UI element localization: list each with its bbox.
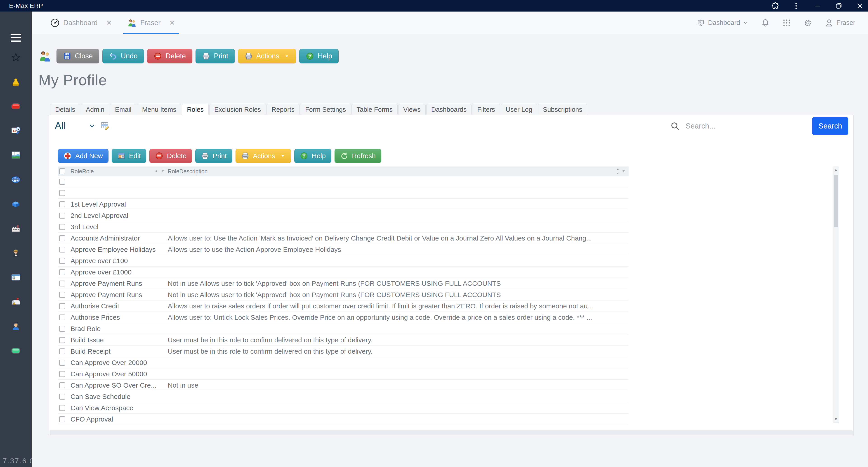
- delete-button[interactable]: Delete: [149, 149, 192, 163]
- table-row[interactable]: Authorise PricesAllows user to: Untick L…: [58, 312, 629, 323]
- table-row[interactable]: Authorise CreditAllows user to raise sal…: [58, 300, 629, 312]
- tab-user-log[interactable]: User Log: [501, 104, 537, 115]
- actions-button[interactable]: Actions: [238, 49, 296, 63]
- tab-admin[interactable]: Admin: [81, 104, 110, 115]
- filter-funnel-icon[interactable]: [160, 169, 165, 174]
- tab-close-icon[interactable]: ✕: [106, 19, 112, 27]
- edit-button[interactable]: Edit: [112, 149, 147, 163]
- row-checkbox[interactable]: [59, 292, 65, 298]
- row-checkbox[interactable]: [59, 326, 65, 332]
- print-button[interactable]: Print: [195, 149, 232, 163]
- search-button[interactable]: Search: [812, 117, 848, 135]
- row-checkbox[interactable]: [59, 371, 65, 377]
- table-row[interactable]: [58, 187, 629, 199]
- table-row[interactable]: Can Approve Over 50000: [58, 368, 629, 380]
- row-checkbox[interactable]: [59, 281, 65, 287]
- bell-icon[interactable]: [761, 18, 770, 27]
- user-menu[interactable]: Fraser: [825, 18, 855, 27]
- undo-button[interactable]: Undo: [102, 49, 144, 63]
- table-row[interactable]: Can View Aerospace: [58, 402, 629, 414]
- restore-icon[interactable]: [835, 2, 843, 10]
- delete-button[interactable]: Delete: [147, 49, 192, 63]
- sidebar-item-pilot[interactable]: [10, 247, 22, 259]
- sidebar-item-calendar-clock[interactable]: 12: [10, 125, 22, 137]
- table-row[interactable]: Can Approve SO Over Cre...Not in use: [58, 380, 629, 391]
- tab-dashboards[interactable]: Dashboards: [426, 104, 471, 115]
- table-row[interactable]: Build IssueUser must be in this role to …: [58, 334, 629, 346]
- row-checkbox[interactable]: [59, 269, 65, 275]
- sort-asc-icon[interactable]: [154, 169, 159, 174]
- gear-icon[interactable]: [803, 18, 812, 27]
- row-checkbox[interactable]: [59, 179, 65, 185]
- extensions-icon[interactable]: [771, 2, 779, 10]
- row-checkbox[interactable]: [59, 348, 65, 354]
- tab-menu-items[interactable]: Menu Items: [137, 104, 181, 115]
- context-switcher[interactable]: Dashboard: [696, 18, 749, 27]
- filter-dropdown[interactable]: All: [55, 120, 66, 132]
- row-checkbox[interactable]: [59, 394, 65, 400]
- sidebar-item-green-button[interactable]: [10, 345, 22, 357]
- table-row[interactable]: Approve Payment RunsNot in use Allows us…: [58, 278, 629, 289]
- row-checkbox[interactable]: [59, 416, 65, 422]
- hamburger-menu-icon[interactable]: [11, 34, 21, 41]
- apps-grid-icon[interactable]: [782, 18, 791, 27]
- table-row[interactable]: Approve over £1000: [58, 266, 629, 278]
- tab-details[interactable]: Details: [50, 104, 80, 115]
- table-edit-icon[interactable]: [100, 121, 110, 131]
- column-header-roledescription[interactable]: RoleDescription: [168, 168, 629, 175]
- row-checkbox[interactable]: [59, 258, 65, 264]
- table-row[interactable]: Build ReceiptUser must be in this role t…: [58, 346, 629, 357]
- refresh-button[interactable]: Refresh: [335, 149, 381, 163]
- doc-tab-dashboard[interactable]: Dashboard✕: [48, 11, 115, 34]
- table-row[interactable]: CFO Approval: [58, 414, 629, 425]
- actions-button[interactable]: Actions: [236, 149, 291, 163]
- row-checkbox[interactable]: [59, 315, 65, 320]
- table-row[interactable]: Approve Employee HolidaysAllows user to …: [58, 244, 629, 255]
- scrollbar-thumb[interactable]: [834, 175, 838, 227]
- sidebar-item-chart[interactable]: [10, 149, 22, 161]
- sidebar-item-mailbox[interactable]: [10, 296, 22, 308]
- tab-reports[interactable]: Reports: [267, 104, 300, 115]
- add-new-button[interactable]: Add New: [58, 149, 108, 163]
- row-checkbox[interactable]: [59, 224, 65, 230]
- doc-tab-fraser[interactable]: Fraser✕: [125, 11, 178, 34]
- tab-filters[interactable]: Filters: [472, 104, 500, 115]
- row-checkbox[interactable]: [59, 382, 65, 388]
- help-button[interactable]: ?Help: [294, 149, 331, 163]
- filter-funnel-icon[interactable]: [621, 169, 626, 174]
- close-icon[interactable]: [856, 2, 864, 10]
- row-checkbox[interactable]: [59, 190, 65, 196]
- table-row[interactable]: Can Approve Over 20000: [58, 357, 629, 368]
- tab-roles[interactable]: Roles: [182, 104, 209, 115]
- table-row[interactable]: 1st Level Approval: [58, 199, 629, 210]
- horizontal-scrollbar[interactable]: [50, 430, 852, 435]
- print-button[interactable]: Print: [195, 49, 235, 63]
- close-button[interactable]: Close: [57, 49, 99, 63]
- row-checkbox[interactable]: [59, 405, 65, 411]
- scroll-up-icon[interactable]: ▲: [833, 168, 839, 172]
- sidebar-item-pawn[interactable]: [10, 76, 22, 88]
- tab-subscriptions[interactable]: Subscriptions: [538, 104, 587, 115]
- select-all-checkbox[interactable]: [59, 168, 65, 174]
- row-checkbox[interactable]: [59, 360, 65, 366]
- tab-form-settings[interactable]: Form Settings: [300, 104, 351, 115]
- table-row[interactable]: Brad Role: [58, 323, 629, 334]
- sidebar-item-contact-card[interactable]: [10, 271, 22, 283]
- row-checkbox[interactable]: [59, 337, 65, 343]
- sidebar-item-cube[interactable]: [10, 198, 22, 210]
- help-button[interactable]: ?Help: [299, 49, 339, 63]
- sidebar-item-star[interactable]: [10, 52, 22, 63]
- table-row[interactable]: Approve Payment RunsNot in use Allows us…: [58, 289, 629, 300]
- scroll-down-icon[interactable]: ▼: [833, 417, 839, 421]
- chevron-down-icon[interactable]: [88, 122, 96, 130]
- minimize-icon[interactable]: [813, 2, 822, 10]
- row-checkbox[interactable]: [59, 235, 65, 241]
- table-row[interactable]: 2nd Level Approval: [58, 210, 629, 221]
- tab-close-icon[interactable]: ✕: [169, 19, 175, 27]
- row-checkbox[interactable]: [59, 246, 65, 253]
- tab-table-forms[interactable]: Table Forms: [351, 104, 398, 115]
- sidebar-item-red-button[interactable]: [10, 100, 22, 112]
- search-input[interactable]: [686, 122, 812, 130]
- table-row[interactable]: 3rd Level: [58, 221, 629, 233]
- tab-views[interactable]: Views: [398, 104, 426, 115]
